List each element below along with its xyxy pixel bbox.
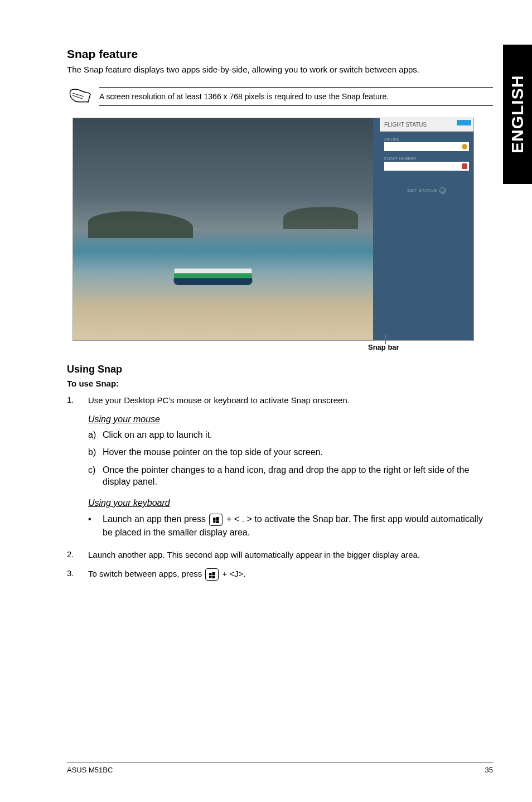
svg-rect-7 — [212, 576, 215, 578]
screenshot-left-pane — [73, 118, 373, 340]
section-title: Snap feature — [67, 47, 493, 61]
svg-rect-2 — [213, 520, 216, 523]
flight-number-input — [384, 162, 469, 171]
svg-rect-6 — [209, 576, 212, 578]
svg-rect-3 — [216, 520, 219, 523]
note-text: A screen resolution of at least 1366 x 7… — [99, 87, 493, 106]
snap-bar-indicator — [385, 334, 386, 344]
mouse-step-b: b)Hover the mouse pointer on the top sid… — [88, 446, 493, 458]
note-hand-icon — [67, 86, 91, 107]
svg-rect-0 — [213, 518, 216, 520]
svg-rect-1 — [216, 517, 219, 520]
windows-key-icon — [209, 514, 223, 526]
airline-label: AIRLINE — [384, 137, 469, 141]
svg-rect-5 — [212, 572, 215, 575]
flight-status-header: FLIGHT STATUS — [380, 118, 473, 132]
keyboard-bullet: • Launch an app then press + < . > to ac… — [88, 513, 493, 539]
step-2: 2. Launch another app. This second app w… — [67, 549, 493, 561]
footer-model: ASUS M51BC — [67, 766, 113, 774]
language-tab: ENGLISH — [503, 45, 532, 184]
step-3: 3. To switch between apps, press + <J>. — [67, 568, 493, 581]
step-1: 1. Use your Desktop PC's mouse or keyboa… — [67, 395, 493, 406]
note-callout: A screen resolution of at least 1366 x 7… — [67, 86, 493, 107]
to-use-snap-label: To use Snap: — [67, 379, 493, 388]
snap-divider — [373, 118, 380, 340]
snap-screenshot: FLIGHT STATUS AIRLINE FLIGHT NUMBER GET … — [72, 118, 474, 341]
airline-input — [384, 142, 469, 151]
flight-number-label: FLIGHT NUMBER — [384, 157, 469, 161]
mouse-step-a: a)Click on an app to launch it. — [88, 429, 493, 441]
get-status-button: GET STATUS — [384, 187, 469, 194]
using-mouse-heading: Using your mouse — [88, 414, 493, 424]
using-snap-title: Using Snap — [67, 364, 493, 375]
using-keyboard-heading: Using your keyboard — [88, 498, 493, 508]
page-footer: ASUS M51BC 35 — [67, 762, 493, 774]
windows-key-icon — [205, 568, 219, 581]
footer-page-number: 35 — [485, 766, 493, 774]
snap-bar-label: Snap bar — [368, 343, 493, 351]
svg-rect-4 — [209, 573, 212, 575]
mouse-step-c: c)Once the pointer changes to a hand ico… — [88, 464, 493, 488]
intro-text: The Snap feature displays two apps side-… — [67, 64, 493, 75]
screenshot-right-pane: FLIGHT STATUS AIRLINE FLIGHT NUMBER GET … — [380, 118, 473, 340]
